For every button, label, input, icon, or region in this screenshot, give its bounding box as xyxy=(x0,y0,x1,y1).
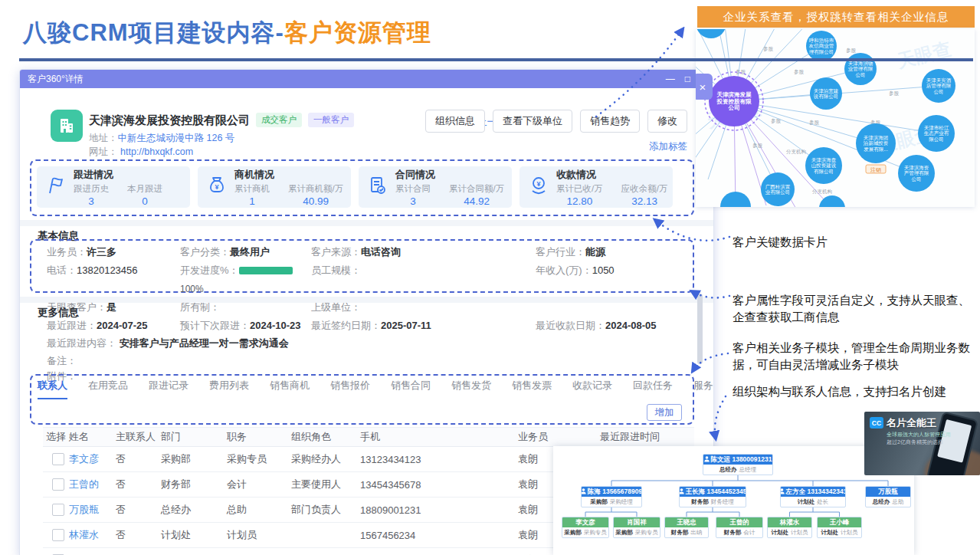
stat-card-商机情况[interactable]: ¥商机情况累计商机1累计商机额/万40.99 xyxy=(198,166,351,208)
action-button-销售趋势[interactable]: 销售趋势 xyxy=(580,110,640,133)
cell: 会计 xyxy=(224,472,288,498)
stat: 本月跟进0 xyxy=(127,183,162,207)
row-select-cell xyxy=(43,447,66,472)
field-最近跟进: 最近跟进：2024-07-25 xyxy=(47,317,180,335)
progress-bar xyxy=(239,267,293,274)
company-node[interactable]: 天津市松江生态产业有限公司 xyxy=(918,115,955,152)
edge-label: 参股 xyxy=(752,143,763,148)
action-button-修改[interactable]: 修改 xyxy=(647,110,687,133)
row-checkbox[interactable] xyxy=(52,529,64,541)
center-company-node[interactable]: 天津滨海发展投资控股有限公司 xyxy=(705,72,763,130)
company-node[interactable] xyxy=(720,192,751,207)
website-link[interactable]: http://bhxqkf.com xyxy=(120,146,193,157)
org-name: 王长海 13454452345 xyxy=(686,488,746,497)
company-node[interactable]: 呼和浩特市友信商业管理有限公司 xyxy=(806,31,837,61)
company-node[interactable] xyxy=(696,29,726,38)
column-header-选择: 选择 xyxy=(43,428,66,447)
address-link[interactable]: 中新生态城动漫中路 126 号 xyxy=(118,133,235,143)
company-node[interactable]: 广西桂滨置业有限公司 xyxy=(761,172,795,206)
row-checkbox[interactable] xyxy=(52,478,64,491)
stat-value: 40.99 xyxy=(288,195,343,207)
svg-text:¥: ¥ xyxy=(536,180,540,188)
org-name: 林灌水 xyxy=(780,518,800,527)
tab-联系人[interactable]: 联系人 xyxy=(38,379,67,399)
stat-label: 累计商机 xyxy=(234,183,270,195)
stat-card-合同情况[interactable]: 合同情况累计合同3累计合同额/万44.92 xyxy=(359,166,512,208)
svg-text:天津滨海团泊新城投资发展有限...: 天津滨海团泊新城投资发展有限... xyxy=(863,135,889,152)
cell: 18809001231 xyxy=(357,498,515,523)
svg-text:广西桂滨置业有限公司: 广西桂滨置业有限公司 xyxy=(765,184,791,195)
page-title-main: 八骏CRM项目建设内容- xyxy=(23,19,284,46)
tab-在用竞品[interactable]: 在用竞品 xyxy=(88,379,128,399)
stat-value: 0 xyxy=(127,195,162,207)
tab-收款记录[interactable]: 收款记录 xyxy=(572,379,612,399)
org-title: 总经理 xyxy=(739,466,757,474)
org-node-陈文运[interactable]: 陈文运 13800091231总经办总经理 xyxy=(703,454,773,475)
company-node[interactable]: 天津滨海团泊新城投资发展有限...注销 xyxy=(856,123,896,173)
camcard-slogan-2: 超过2亿商务精英的选择 xyxy=(887,438,943,446)
add-tag-link[interactable]: 添加标签 xyxy=(649,140,687,153)
tab-销售合同[interactable]: 销售合同 xyxy=(391,379,431,399)
annotation-sub-modules: 客户相关业务子模块，管理全生命周期业务数据，可自由灵活增减业务子模块 xyxy=(733,340,973,373)
contact-name-link[interactable]: 林灌水 xyxy=(66,523,113,548)
column-header-最近跟进时间: 最近跟进时间 xyxy=(597,428,694,447)
company-node[interactable] xyxy=(819,195,845,207)
cell: 总经办 xyxy=(158,498,224,523)
company-node[interactable]: 天津天宾酒店管理有限公司 xyxy=(922,69,955,103)
org-node-肖国祥[interactable]: 肖国祥采购部采购专员 xyxy=(613,517,660,538)
tab-费用列表[interactable]: 费用列表 xyxy=(209,379,249,399)
svg-text:呼和浩特市友信商业管理有限公司: 呼和浩特市友信商业管理有限公司 xyxy=(809,38,834,54)
org-dept: 财务部 xyxy=(671,529,689,537)
company-node[interactable]: 天津泊宜建设有限公司 xyxy=(810,77,842,110)
org-name: 李文彦 xyxy=(575,518,595,527)
org-node-左方全[interactable]: 左方全 13134342341计划处处长 xyxy=(780,486,846,507)
deregistered-tag: 注销 xyxy=(870,166,881,172)
edge-label: 参股 xyxy=(771,118,782,123)
org-node-万股瓶[interactable]: 万股瓶总经办总助 xyxy=(865,486,911,507)
graph-close-button[interactable]: × xyxy=(696,74,713,100)
org-node-李文彦[interactable]: 李文彦采购部采购专员 xyxy=(562,517,609,538)
maximize-icon[interactable]: □ xyxy=(685,74,690,84)
contract-icon xyxy=(368,176,391,199)
stat-card-收款情况[interactable]: ¥收款情况累计已收/万12.80应收余额/万32.13 xyxy=(519,166,673,208)
field-客户分类: 客户分类：最终用户 xyxy=(180,243,311,261)
action-button-组织信息[interactable]: 组织信息 xyxy=(425,110,485,133)
row-checkbox[interactable] xyxy=(52,453,64,465)
org-title: 采购经理 xyxy=(610,498,633,506)
svg-text:天津滨海盘山投资建设有限公司: 天津滨海盘山投资建设有限公司 xyxy=(811,157,837,174)
org-node-王曾的[interactable]: 王曾的财务部会计 xyxy=(716,517,763,538)
org-node-王小峰[interactable]: 王小峰计划处计划员 xyxy=(817,517,862,538)
tab-回款任务[interactable]: 回款任务 xyxy=(633,379,673,399)
relationship-banner: 企业关系查看，授权跳转查看相关企业信息 xyxy=(697,6,975,28)
action-button-查看下级单位[interactable]: 查看下级单位 xyxy=(493,110,572,133)
company-node[interactable]: 天津滨海资产管理有限公司 xyxy=(898,155,935,192)
tab-销售报价[interactable]: 销售报价 xyxy=(330,379,370,399)
tab-销售发票[interactable]: 销售发票 xyxy=(512,379,552,399)
cell: 总助 xyxy=(224,498,288,523)
field-客户行业: 客户行业：能源 xyxy=(536,243,694,261)
contact-name-link[interactable]: 王曾的 xyxy=(66,472,113,498)
row-checkbox[interactable] xyxy=(52,504,64,516)
add-record-button[interactable]: 增加 xyxy=(647,404,682,421)
camcard-slogan-1: 全球最强大的人脉管理应用 xyxy=(887,431,951,438)
tab-跟进记录[interactable]: 跟进记录 xyxy=(149,379,188,399)
org-node-王长海[interactable]: 王长海 13454452345财务部财务经理 xyxy=(679,486,746,507)
contact-name-link[interactable]: 万股瓶 xyxy=(66,498,113,523)
tab-销售商机[interactable]: 销售商机 xyxy=(270,379,310,399)
contact-name-link[interactable]: 左方全 xyxy=(66,548,113,555)
arrow-to-org-chart xyxy=(715,396,726,438)
stat-card-跟进情况[interactable]: 跟进情况跟进历史3本月跟进0 xyxy=(37,166,190,208)
company-node[interactable]: 天津滨海盘山投资建设有限公司 xyxy=(805,147,842,184)
minimize-icon[interactable]: — xyxy=(666,74,675,84)
org-title: 计划员 xyxy=(791,529,808,537)
contact-name-link[interactable]: 李文彦 xyxy=(66,447,113,472)
org-node-林灌水[interactable]: 林灌水计划处计划员 xyxy=(767,517,812,538)
tab-服务需求[interactable]: 服务需求 xyxy=(693,379,713,399)
org-node-王晓忠[interactable]: 王晓忠财务部出纳 xyxy=(664,517,709,538)
cell: 采购经办人 xyxy=(288,447,357,472)
stat: 累计商机1 xyxy=(234,183,270,207)
edge-label: 参股 xyxy=(809,120,820,125)
org-node-陈海[interactable]: 陈海 13565678909采购部采购经理 xyxy=(581,486,642,507)
tab-销售发货[interactable]: 销售发货 xyxy=(451,379,491,399)
scrollbar-thumb[interactable] xyxy=(697,294,703,364)
